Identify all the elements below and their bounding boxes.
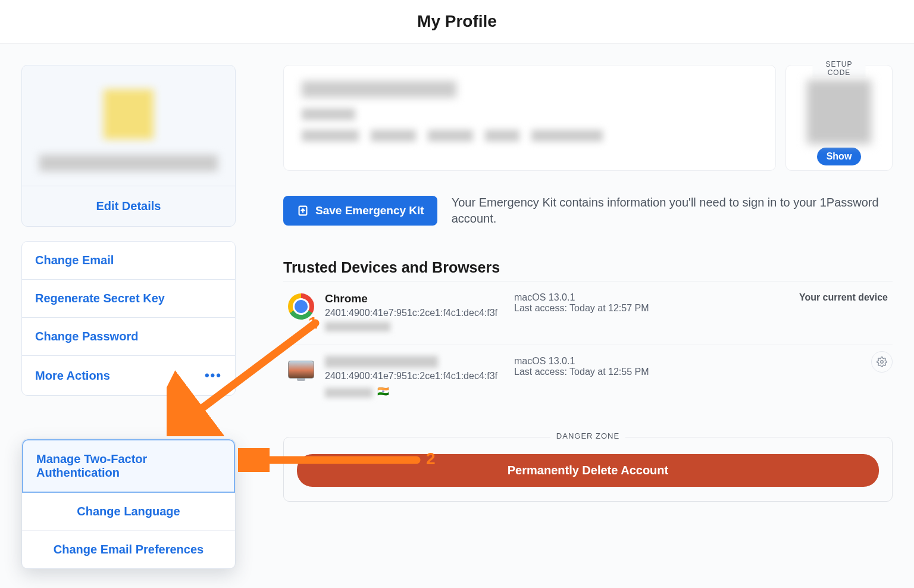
- profile-card: Edit Details: [21, 65, 236, 227]
- save-emergency-kit-button[interactable]: Save Emergency Kit: [283, 196, 437, 226]
- device-settings-button[interactable]: [871, 351, 893, 373]
- device-os: macOS 13.0.1: [514, 356, 888, 367]
- device-detail-blurred: [325, 322, 390, 331]
- device-row: Chrome 2401:4900:41e7:951c:2ce1:f4c1:dec…: [283, 281, 893, 345]
- qr-code-blurred: [807, 80, 871, 144]
- device-ip: 2401:4900:41e7:951c:2ce1:f4c1:dec4:f3f: [325, 371, 503, 381]
- danger-zone: DANGER ZONE Permanently Delete Account: [283, 437, 893, 502]
- avatar: [104, 89, 154, 139]
- svg-point-1: [881, 361, 884, 364]
- device-detail-blurred: [325, 388, 373, 398]
- page-title: My Profile: [0, 12, 914, 31]
- macbook-icon: [288, 357, 314, 383]
- current-device-label: Your current device: [799, 292, 888, 303]
- change-email-preferences-item[interactable]: Change Email Preferences: [22, 531, 235, 568]
- change-password-item[interactable]: Change Password: [22, 318, 235, 356]
- annotation-label-2: 2: [426, 449, 436, 468]
- device-name-blurred: [325, 356, 438, 368]
- flag-icon: 🇮🇳: [377, 386, 389, 397]
- change-language-item[interactable]: Change Language: [22, 493, 235, 531]
- profile-actions-menu: Change Email Regenerate Secret Key Chang…: [21, 241, 236, 396]
- setup-code-card: SETUP CODE Show: [785, 65, 893, 171]
- more-actions-item[interactable]: More Actions •••: [22, 356, 235, 395]
- regenerate-secret-key-item[interactable]: Regenerate Secret Key: [22, 280, 235, 318]
- edit-details-button[interactable]: Edit Details: [22, 186, 235, 226]
- device-ip: 2401:4900:41e7:951c:2ce1:f4c1:dec4:f3f: [325, 308, 503, 318]
- account-details-card: [283, 65, 776, 171]
- device-name: Chrome: [325, 292, 503, 305]
- device-row: 2401:4900:41e7:951c:2ce1:f4c1:dec4:f3f 🇮…: [283, 345, 893, 408]
- ellipsis-icon: •••: [205, 368, 222, 383]
- page-header: My Profile: [0, 0, 914, 43]
- setup-code-label: SETUP CODE: [813, 60, 866, 77]
- save-emergency-kit-label: Save Emergency Kit: [315, 204, 424, 217]
- danger-zone-label: DANGER ZONE: [550, 431, 625, 440]
- emergency-kit-description: Your Emergency Kit contains information …: [452, 195, 893, 227]
- annotation-label-1: 1: [308, 314, 318, 333]
- device-last-access: Last access: Today at 12:55 PM: [514, 367, 888, 377]
- show-setup-code-button[interactable]: Show: [817, 148, 862, 165]
- device-last-access: Last access: Today at 12:57 PM: [514, 303, 788, 314]
- more-actions-label: More Actions: [35, 369, 110, 383]
- download-icon: [296, 204, 309, 217]
- trusted-devices-heading: Trusted Devices and Browsers: [283, 259, 893, 276]
- more-actions-dropdown: Manage Two-Factor Authentication Change …: [21, 439, 236, 569]
- manage-2fa-item[interactable]: Manage Two-Factor Authentication: [22, 439, 235, 493]
- profile-name-blurred: [39, 155, 218, 171]
- device-os: macOS 13.0.1: [514, 292, 788, 303]
- change-email-item[interactable]: Change Email: [22, 242, 235, 280]
- permanently-delete-account-button[interactable]: Permanently Delete Account: [297, 454, 879, 487]
